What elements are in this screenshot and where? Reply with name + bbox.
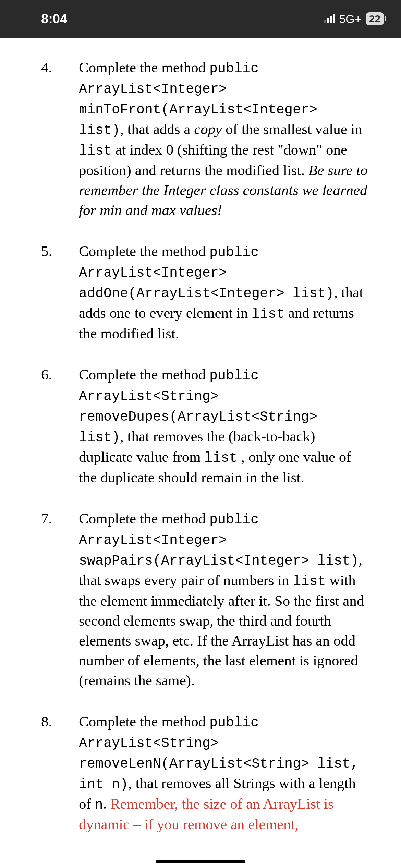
document-content: 4. Complete the method public ArrayList<… [0,38,401,835]
text: Complete the method [79,510,209,527]
text: with the element immediately after it. S… [79,572,364,688]
list-item: 5. Complete the method public ArrayList<… [31,241,370,343]
battery-badge: 22 [366,12,384,25]
item-number: 7. [31,509,79,690]
red-text: Remember, the size of an ArrayList is dy… [79,796,334,832]
status-bar: 8:04 5G+ 22 [0,0,401,38]
code-span: list [79,143,112,159]
item-number: 6. [31,365,79,487]
item-body: Complete the method public ArrayList<Int… [79,241,370,343]
list-item: 8. Complete the method public ArrayList<… [31,712,370,834]
item-number: 4. [31,58,79,220]
list-item: 7. Complete the method public ArrayList<… [31,509,370,690]
code-span: list [252,306,284,322]
text: Complete the method [79,59,209,75]
status-time: 8:04 [41,12,67,26]
text: at index 0 (shifting the rest "down" one… [79,142,347,178]
signal-icon [324,15,335,23]
text: Complete the method [79,243,209,259]
text: , that adds a [120,121,194,137]
item-body: Complete the method public ArrayList<Int… [79,58,370,220]
home-indicator[interactable] [156,860,245,863]
network-label: 5G+ [339,12,361,26]
code-span: list [293,574,326,589]
item-number: 8. [31,712,79,834]
battery-level: 22 [369,13,380,24]
list-item: 4. Complete the method public ArrayList<… [31,58,370,220]
item-body: Complete the method public ArrayList<Int… [79,509,370,690]
status-right: 5G+ 22 [324,12,384,26]
item-body: Complete the method public ArrayList<Str… [79,365,370,487]
item-body: Complete the method public ArrayList<Str… [79,712,370,834]
code-span: n [95,797,103,813]
code-span: list [205,450,238,466]
item-number: 5. [31,241,79,343]
text: Complete the method [79,713,209,730]
list-item: 6. Complete the method public ArrayList<… [31,365,370,487]
text: . [103,796,111,812]
text: Complete the method [79,366,209,383]
italic-text: copy [194,121,222,137]
text: of the smallest value in [222,121,362,137]
